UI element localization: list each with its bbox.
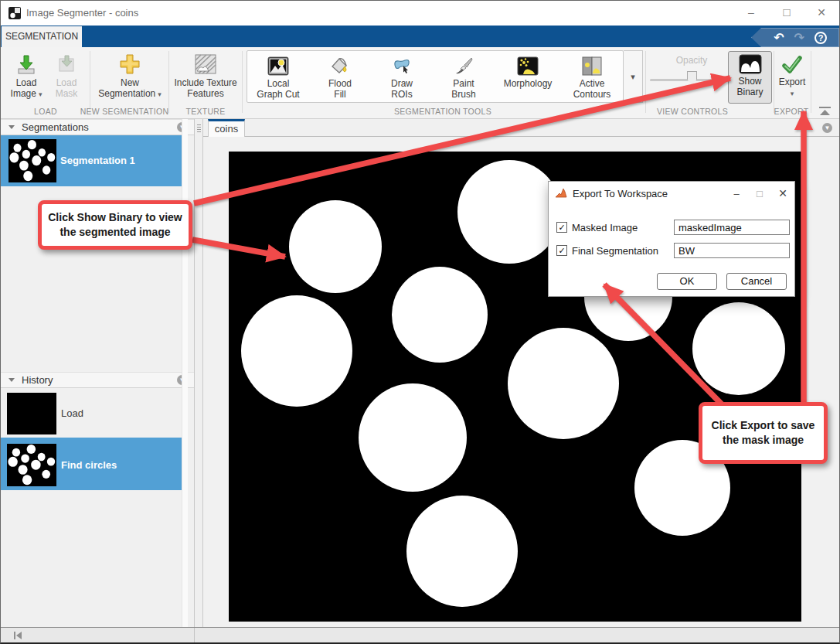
dialog-title-bar: Export To Workspace – □ ✕: [549, 182, 794, 205]
window-close-button[interactable]: ✕: [810, 1, 833, 24]
export-button[interactable]: Export ▾: [775, 51, 809, 104]
ribbon-toolbar: Load Image▾ Load Mask LOAD New Segmentat…: [1, 47, 839, 119]
document-tab-bar: coins ▼: [203, 119, 839, 137]
export-to-workspace-dialog: Export To Workspace – □ ✕ ✓ Masked Image…: [548, 181, 795, 297]
cancel-button[interactable]: Cancel: [726, 273, 787, 290]
collapse-panel-icon[interactable]: [14, 632, 22, 639]
toolbar-separator: [811, 51, 811, 113]
final-segmentation-checkbox[interactable]: ✓: [556, 245, 567, 256]
toolbar-separator: [645, 51, 646, 113]
draw-rois-button[interactable]: Draw ROIs: [371, 51, 433, 102]
panel-scrollbar[interactable]: [182, 119, 188, 627]
statusbar-divider: [194, 628, 195, 644]
final-segmentation-label: Final Segmentation: [572, 245, 658, 257]
segmentation-item[interactable]: Segmentation 1: [1, 135, 188, 186]
paint-brush-button[interactable]: Paint Brush: [433, 51, 495, 102]
texture-icon: [194, 53, 217, 76]
window-minimize-button[interactable]: –: [740, 1, 763, 24]
toolbar-separator: [90, 51, 90, 113]
load-image-button[interactable]: Load Image▾: [5, 50, 47, 99]
history-panel-header[interactable]: History ▼: [1, 372, 194, 388]
dropdown-icon: ▾: [39, 90, 43, 98]
dialog-close-button[interactable]: ✕: [771, 187, 794, 199]
section-label-export: EXPORT: [774, 107, 809, 116]
opacity-label: Opacity: [664, 55, 719, 66]
dialog-minimize-button[interactable]: –: [725, 188, 748, 199]
dialog-title: Export To Workspace: [573, 188, 725, 199]
section-label-texture: TEXTURE: [185, 107, 225, 116]
callout-export: Click Export to save the mask image: [699, 402, 828, 464]
show-binary-button[interactable]: Show Binary: [728, 51, 772, 104]
history-load-thumbnail: [7, 393, 56, 434]
status-bar: [1, 627, 839, 643]
load-mask-icon: [55, 53, 78, 76]
active-contours-button[interactable]: Active Contours: [561, 51, 623, 102]
ribbon-tab-strip: SEGMENTATION ↶ ↷ ?: [1, 26, 839, 47]
segmentation-tools-gallery: Local Graph Cut Flood Fill Draw ROIs: [247, 50, 624, 103]
load-image-label: Load: [16, 77, 37, 88]
window-title: Image Segmenter - coins: [26, 1, 138, 26]
segmentations-panel-title: Segmentations: [22, 121, 89, 133]
show-binary-icon: [739, 54, 762, 74]
help-icon[interactable]: ?: [814, 32, 827, 44]
dialog-maximize-button[interactable]: □: [748, 188, 771, 199]
history-panel-title: History: [22, 374, 53, 386]
app-icon: [9, 7, 21, 19]
dropdown-icon: ▾: [631, 72, 635, 82]
segmentations-panel-header[interactable]: Segmentations ▼: [1, 119, 194, 135]
draw-rois-icon: [391, 56, 413, 77]
morphology-button[interactable]: Morphology: [495, 51, 561, 102]
history-item-find-circles[interactable]: Find circles: [1, 438, 188, 490]
load-mask-label: Load: [56, 77, 77, 88]
history-item-label: Load: [61, 407, 83, 419]
load-mask-button[interactable]: Load Mask: [47, 50, 86, 99]
dropdown-icon: ▾: [158, 90, 162, 98]
local-graph-cut-button[interactable]: Local Graph Cut: [247, 51, 309, 102]
splitter-grip-icon: [197, 124, 201, 134]
toolbar-separator: [168, 51, 169, 113]
load-image-icon: [15, 53, 38, 76]
tab-segmentation[interactable]: SEGMENTATION: [2, 26, 82, 47]
title-bar: Image Segmenter - coins – □ ✕: [1, 1, 839, 26]
collapse-triangle-icon: [9, 125, 15, 129]
tools-gallery-dropdown-button[interactable]: ▾: [624, 50, 643, 103]
paint-brush-icon: [453, 56, 474, 77]
redo-icon[interactable]: ↷: [794, 32, 804, 44]
masked-image-checkbox[interactable]: ✓: [556, 222, 567, 233]
panel-splitter[interactable]: [194, 119, 203, 627]
app-window: Image Segmenter - coins – □ ✕ SEGMENTATI…: [0, 0, 840, 644]
segmentation-thumbnail: [9, 139, 56, 182]
new-segmentation-button[interactable]: New Segmentation▾: [92, 50, 168, 99]
masked-image-name-field[interactable]: [674, 220, 790, 235]
collapse-ribbon-icon[interactable]: [818, 106, 831, 116]
morphology-icon: [517, 56, 539, 77]
toolbar-separator: [774, 51, 774, 113]
callout-show-binary: Click Show Binary to view the segmented …: [38, 200, 192, 250]
new-segmentation-label: New: [121, 77, 139, 88]
flood-fill-button[interactable]: Flood Fill: [309, 51, 371, 102]
section-label-load: LOAD: [34, 107, 57, 116]
tab-coins[interactable]: coins: [208, 119, 245, 137]
section-label-view-controls: VIEW CONTROLS: [657, 107, 728, 116]
dropdown-icon: ▾: [791, 90, 794, 97]
undo-icon[interactable]: ↶: [774, 32, 784, 44]
ok-button[interactable]: OK: [657, 273, 717, 290]
final-segmentation-name-field[interactable]: [674, 243, 790, 258]
active-contours-icon: [581, 56, 603, 77]
texture-label: Include Texture: [174, 77, 236, 88]
history-find-circles-thumbnail: [7, 444, 56, 486]
check-icon: ✓: [557, 223, 566, 232]
include-texture-features-button[interactable]: Include Texture Features: [171, 50, 240, 99]
opacity-slider-thumb[interactable]: [687, 71, 697, 85]
flood-fill-icon: [329, 56, 351, 77]
history-item-load[interactable]: Load: [1, 388, 188, 438]
section-label-segmentation-tools: SEGMENTATION TOOLS: [394, 107, 491, 116]
collapse-triangle-icon: [9, 378, 15, 382]
masked-image-label: Masked Image: [572, 222, 638, 233]
window-maximize-button[interactable]: □: [775, 1, 798, 24]
section-label-new-segmentation: NEW SEGMENTATION: [80, 107, 169, 116]
local-graph-cut-icon: [267, 56, 289, 77]
history-item-label: Find circles: [61, 459, 117, 471]
new-segmentation-icon: [118, 53, 141, 76]
tabbar-menu-icon[interactable]: ▼: [822, 123, 832, 133]
